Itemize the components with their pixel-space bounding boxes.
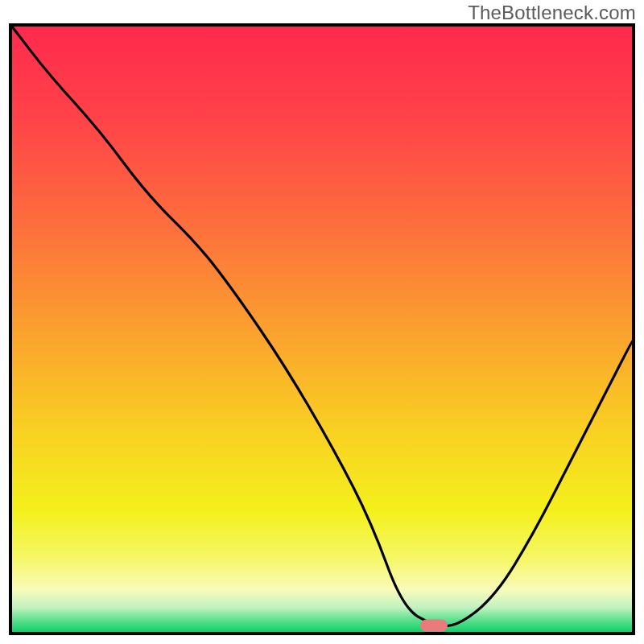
chart-container: TheBottleneck.com <box>0 0 644 644</box>
watermark-text: TheBottleneck.com <box>468 2 636 24</box>
curve-path <box>12 27 632 626</box>
plot-frame <box>9 23 635 635</box>
optimum-marker <box>420 620 448 632</box>
bottleneck-curve <box>12 27 632 632</box>
